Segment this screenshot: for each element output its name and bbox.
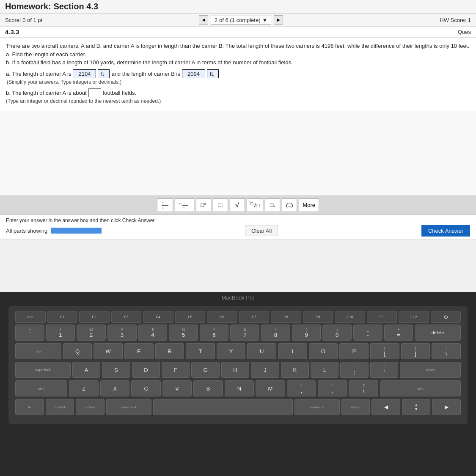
- key-esc[interactable]: esc: [15, 311, 46, 323]
- zxcv-row: shift Z X C V B N M <, >. ?/ shift: [15, 380, 461, 396]
- math-btn-parens[interactable]: (□): [282, 198, 297, 212]
- key-period[interactable]: >.: [318, 380, 347, 396]
- answer-b1[interactable]: [88, 88, 101, 97]
- key-w[interactable]: W: [94, 343, 123, 359]
- fn-key-row: esc F1 F2 F3 F4 F5 F6 F7 F8 F9 F10 F11 F…: [15, 311, 461, 323]
- svg-text:□: □: [183, 207, 184, 209]
- key-option-left[interactable]: option: [76, 399, 105, 415]
- key-6[interactable]: ^6: [200, 325, 229, 341]
- key-delete[interactable]: delete: [415, 325, 461, 341]
- key-shift-left[interactable]: shift: [15, 380, 67, 396]
- key-command-left[interactable]: command: [106, 399, 151, 415]
- key-lbracket[interactable]: {[: [370, 343, 399, 359]
- key-s[interactable]: S: [102, 362, 130, 378]
- key-f6[interactable]: F6: [207, 311, 237, 323]
- key-1[interactable]: !1: [46, 325, 75, 341]
- key-f12[interactable]: F12: [399, 311, 429, 323]
- key-f8[interactable]: F8: [271, 311, 301, 323]
- key-return[interactable]: return: [400, 362, 461, 378]
- math-btn-degree[interactable]: □°: [196, 198, 211, 212]
- key-e[interactable]: E: [124, 343, 154, 359]
- key-semicolon[interactable]: :;: [340, 362, 368, 378]
- number-row: ~` !1 @2 #3 $4 %5 ^6 &7 *8 (9 )0 _- += d…: [15, 325, 461, 341]
- key-j[interactable]: J: [251, 362, 279, 378]
- math-btn-fraction[interactable]: □□: [157, 198, 173, 212]
- key-f3[interactable]: F3: [111, 311, 142, 323]
- key-x[interactable]: X: [100, 380, 129, 396]
- key-d[interactable]: D: [132, 362, 160, 378]
- answer-a1[interactable]: 2104: [73, 69, 96, 78]
- key-y[interactable]: Y: [217, 343, 246, 359]
- next-button[interactable]: ►: [274, 15, 283, 25]
- part-a-row: a. The length of carrier A is 2104 ft an…: [6, 69, 470, 78]
- key-up-down-arrow[interactable]: ▲▼: [402, 399, 431, 415]
- key-m[interactable]: M: [256, 380, 285, 396]
- key-capslock[interactable]: caps lock: [15, 362, 71, 378]
- check-answer-button[interactable]: Check Answer: [421, 225, 470, 237]
- key-f7[interactable]: F7: [239, 311, 270, 323]
- key-2[interactable]: @2: [77, 325, 106, 341]
- svg-text:□: □: [179, 202, 182, 206]
- prev-button[interactable]: ◄: [199, 15, 208, 25]
- math-btn-mixed[interactable]: □□□: [175, 198, 194, 212]
- key-power[interactable]: ⏻: [431, 311, 461, 323]
- key-r[interactable]: R: [155, 343, 184, 359]
- key-t[interactable]: T: [186, 343, 215, 359]
- key-rbracket[interactable]: }]: [401, 343, 430, 359]
- clear-all-button[interactable]: Clear All: [245, 226, 278, 236]
- key-7[interactable]: &7: [230, 325, 259, 341]
- key-9[interactable]: (9: [292, 325, 321, 341]
- key-command-right[interactable]: command: [294, 399, 340, 415]
- key-control[interactable]: control: [46, 399, 74, 415]
- key-i[interactable]: I: [278, 343, 307, 359]
- key-4[interactable]: $4: [138, 325, 168, 341]
- key-g[interactable]: G: [191, 362, 219, 378]
- answer-a2[interactable]: 2094: [182, 69, 205, 78]
- key-0[interactable]: )0: [322, 325, 352, 341]
- key-slash[interactable]: ?/: [349, 380, 378, 396]
- key-z[interactable]: Z: [69, 380, 98, 396]
- key-a[interactable]: A: [72, 362, 100, 378]
- key-f[interactable]: F: [162, 362, 190, 378]
- key-f2[interactable]: F2: [79, 311, 110, 323]
- key-option-right[interactable]: option: [341, 399, 370, 415]
- key-p[interactable]: P: [339, 343, 369, 359]
- key-f9[interactable]: F9: [303, 311, 333, 323]
- math-btn-sqrt[interactable]: √: [230, 198, 245, 212]
- key-8[interactable]: *8: [261, 325, 290, 341]
- key-space[interactable]: [153, 399, 293, 415]
- key-tab[interactable]: tab: [15, 343, 61, 359]
- key-minus[interactable]: _-: [353, 325, 382, 341]
- key-shift-right[interactable]: shift: [380, 380, 461, 396]
- math-btn-abs[interactable]: □|: [213, 198, 228, 212]
- key-comma[interactable]: <,: [287, 380, 316, 396]
- key-5[interactable]: %5: [169, 325, 198, 341]
- key-left-arrow[interactable]: ◀: [371, 399, 400, 415]
- key-f11[interactable]: F11: [367, 311, 397, 323]
- key-backslash[interactable]: |\: [432, 343, 461, 359]
- key-b[interactable]: B: [193, 380, 223, 396]
- key-quote[interactable]: "': [370, 362, 398, 378]
- key-u[interactable]: U: [247, 343, 276, 359]
- key-q[interactable]: Q: [63, 343, 92, 359]
- key-o[interactable]: O: [309, 343, 338, 359]
- key-f1[interactable]: F1: [47, 311, 78, 323]
- key-3[interactable]: #3: [107, 325, 137, 341]
- key-right-arrow[interactable]: ▶: [432, 399, 461, 415]
- math-btn-nthroot[interactable]: □√□: [247, 198, 264, 212]
- key-backtick[interactable]: ~`: [15, 325, 44, 341]
- unit-a2: ft.: [207, 69, 219, 78]
- key-c[interactable]: C: [131, 380, 160, 396]
- math-btn-more[interactable]: More: [299, 198, 319, 212]
- key-f4[interactable]: F4: [143, 311, 173, 323]
- key-fn[interactable]: fn: [15, 399, 44, 415]
- key-equals[interactable]: +=: [384, 325, 413, 341]
- key-h[interactable]: H: [221, 362, 249, 378]
- key-f10[interactable]: F10: [335, 311, 365, 323]
- key-k[interactable]: K: [281, 362, 309, 378]
- key-v[interactable]: V: [162, 380, 192, 396]
- math-btn-decimal[interactable]: □.: [265, 198, 280, 212]
- key-n[interactable]: N: [225, 380, 254, 396]
- key-f5[interactable]: F5: [175, 311, 206, 323]
- key-l[interactable]: L: [311, 362, 338, 378]
